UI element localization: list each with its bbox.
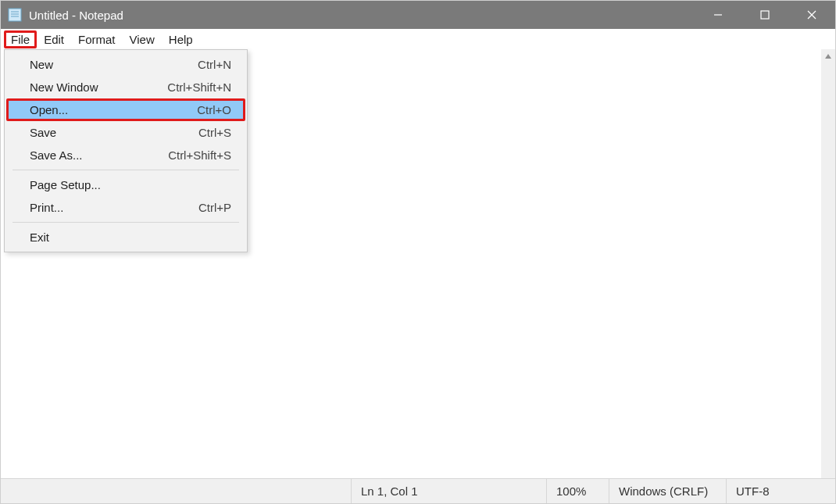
- maximize-button[interactable]: [741, 1, 788, 29]
- file-menu-page-setup[interactable]: Page Setup...: [6, 173, 245, 196]
- file-menu-open-label: Open...: [30, 103, 68, 116]
- svg-rect-0: [9, 9, 21, 21]
- file-menu-new[interactable]: New Ctrl+N: [6, 53, 245, 76]
- file-menu-print[interactable]: Print... Ctrl+P: [6, 196, 245, 219]
- status-encoding-text: UTF-8: [736, 484, 770, 498]
- scroll-up-arrow-icon[interactable]: [821, 49, 835, 63]
- file-menu-dropdown: New Ctrl+N New Window Ctrl+Shift+N Open.…: [4, 49, 248, 252]
- file-menu-page-setup-label: Page Setup...: [30, 178, 101, 191]
- window-title: Untitled - Notepad: [29, 9, 123, 22]
- vertical-scrollbar[interactable]: [821, 49, 835, 478]
- svg-marker-8: [825, 54, 831, 59]
- status-line-ending: Windows (CRLF): [609, 479, 726, 503]
- statusbar: Ln 1, Col 1 100% Windows (CRLF) UTF-8: [1, 478, 835, 503]
- svg-rect-5: [761, 11, 769, 19]
- file-menu-save-as-shortcut: Ctrl+Shift+S: [168, 148, 231, 162]
- menu-help-label: Help: [169, 33, 193, 46]
- menu-format-label: Format: [78, 33, 116, 46]
- menu-separator: [13, 170, 239, 170]
- file-menu-save[interactable]: Save Ctrl+S: [6, 121, 245, 144]
- file-menu-new-label: New: [30, 58, 53, 71]
- menubar: File Edit Format View Help: [1, 29, 835, 49]
- notepad-icon: [7, 7, 23, 23]
- titlebar: Untitled - Notepad: [1, 1, 835, 29]
- status-position-text: Ln 1, Col 1: [361, 484, 418, 498]
- file-menu-new-shortcut: Ctrl+N: [198, 58, 231, 71]
- menu-view[interactable]: View: [123, 31, 162, 48]
- file-menu-open-shortcut: Ctrl+O: [197, 103, 231, 116]
- file-menu-save-as[interactable]: Save As... Ctrl+Shift+S: [6, 144, 245, 166]
- file-menu-save-as-label: Save As...: [30, 148, 83, 162]
- file-menu-exit-label: Exit: [30, 231, 49, 244]
- status-zoom-text: 100%: [556, 484, 586, 498]
- file-menu-open[interactable]: Open... Ctrl+O: [6, 98, 245, 121]
- file-menu-save-label: Save: [30, 126, 56, 139]
- status-position: Ln 1, Col 1: [351, 479, 546, 503]
- menu-file[interactable]: File: [4, 30, 37, 48]
- file-menu-print-shortcut: Ctrl+P: [198, 201, 231, 214]
- menu-edit[interactable]: Edit: [37, 31, 71, 48]
- file-menu-save-shortcut: Ctrl+S: [198, 126, 231, 139]
- menu-file-label: File: [11, 33, 30, 46]
- menu-edit-label: Edit: [44, 33, 64, 46]
- status-encoding: UTF-8: [726, 479, 835, 503]
- menu-help[interactable]: Help: [162, 31, 200, 48]
- close-button[interactable]: [788, 1, 835, 29]
- window-controls: [695, 1, 835, 29]
- menu-separator: [13, 222, 239, 223]
- minimize-button[interactable]: [695, 1, 741, 29]
- status-zoom: 100%: [546, 479, 609, 503]
- menu-format[interactable]: Format: [71, 31, 123, 48]
- menu-view-label: View: [130, 33, 155, 46]
- file-menu-new-window-shortcut: Ctrl+Shift+N: [167, 80, 231, 94]
- file-menu-new-window[interactable]: New Window Ctrl+Shift+N: [6, 76, 245, 98]
- file-menu-print-label: Print...: [30, 201, 63, 214]
- file-menu-exit[interactable]: Exit: [6, 226, 245, 248]
- status-line-ending-text: Windows (CRLF): [619, 484, 708, 498]
- file-menu-new-window-label: New Window: [30, 80, 98, 94]
- statusbar-spacer: [1, 479, 351, 503]
